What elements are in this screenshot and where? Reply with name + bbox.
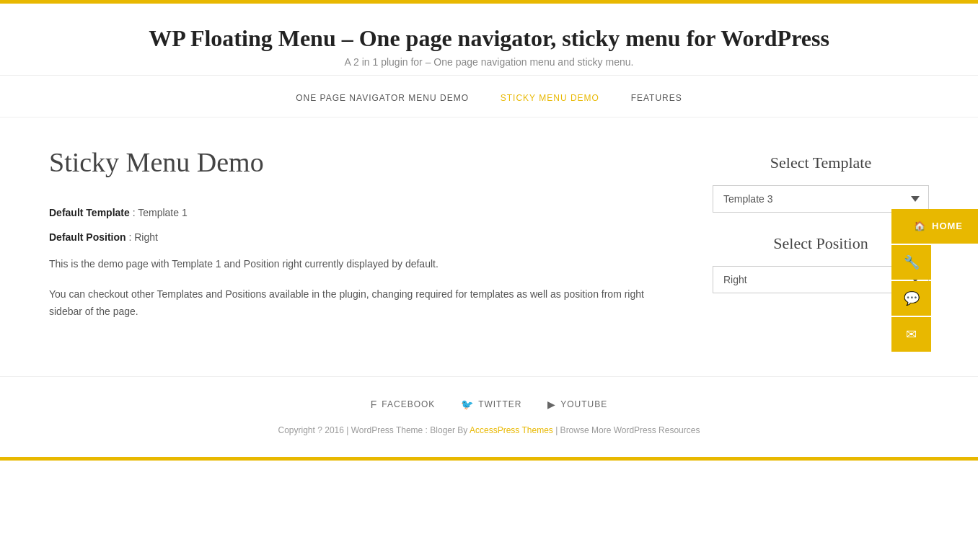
comment-icon: 💬 xyxy=(904,290,920,306)
page-title: Sticky Menu Demo xyxy=(49,146,669,178)
comment-button[interactable]: 💬 xyxy=(891,281,931,316)
nav-features[interactable]: FEATURES xyxy=(631,93,682,103)
youtube-link[interactable]: ▶ YOUTUBE xyxy=(547,399,607,410)
default-position-line: Default Position : Right xyxy=(49,231,669,243)
site-header: WP Floating Menu – One page navigator, s… xyxy=(0,4,978,76)
copyright-text: Copyright ? 2016 | WordPress Theme : Blo… xyxy=(278,425,468,435)
footer-copyright: Copyright ? 2016 | WordPress Theme : Blo… xyxy=(14,425,964,435)
main-wrap: Sticky Menu Demo Default Template : Temp… xyxy=(20,117,958,376)
description-2: You can checkout other Templates and Pos… xyxy=(49,286,669,321)
wrench-button[interactable]: 🔧 xyxy=(891,245,931,280)
description-1: This is the demo page with Template 1 an… xyxy=(49,256,669,273)
nav-sticky-menu[interactable]: STICKY MENU DEMO xyxy=(501,93,599,103)
default-template-line: Default Template : Template 1 xyxy=(49,207,669,218)
default-template-value: : Template 1 xyxy=(133,207,188,218)
nav-one-page[interactable]: ONE PAGE NAVIGATOR MENU DEMO xyxy=(296,93,469,103)
content-area: Sticky Menu Demo Default Template : Temp… xyxy=(49,146,713,333)
mail-icon: ✉ xyxy=(906,326,917,342)
template-title: Select Template xyxy=(713,154,929,172)
floating-menu: 🏠 HOME 🔧 💬 ✉ xyxy=(891,209,978,352)
home-button[interactable]: 🏠 HOME xyxy=(891,209,978,244)
bottom-border xyxy=(0,457,978,461)
twitter-label: TWITTER xyxy=(478,399,521,409)
twitter-icon: 🐦 xyxy=(461,399,474,410)
default-position-value: : Right xyxy=(128,231,157,243)
youtube-label: YOUTUBE xyxy=(560,399,607,409)
site-footer: f FACEBOOK 🐦 TWITTER ▶ YOUTUBE Copyright… xyxy=(0,376,978,457)
wrench-icon: 🔧 xyxy=(904,254,920,270)
site-nav: ONE PAGE NAVIGATOR MENU DEMO STICKY MENU… xyxy=(0,76,978,117)
site-title: WP Floating Menu – One page navigator, s… xyxy=(14,25,964,52)
home-icon: 🏠 xyxy=(914,221,926,231)
facebook-icon: f xyxy=(371,399,378,410)
twitter-link[interactable]: 🐦 TWITTER xyxy=(461,399,521,410)
mail-button[interactable]: ✉ xyxy=(891,317,931,352)
default-template-label: Default Template xyxy=(49,207,130,218)
default-position-label: Default Position xyxy=(49,231,126,243)
site-subtitle: A 2 in 1 plugin for – One page navigatio… xyxy=(14,56,964,68)
facebook-link[interactable]: f FACEBOOK xyxy=(371,399,436,410)
youtube-icon: ▶ xyxy=(547,399,556,410)
footer-social: f FACEBOOK 🐦 TWITTER ▶ YOUTUBE xyxy=(14,399,964,411)
browse-text: | Browse More WordPress Resources xyxy=(555,425,700,435)
facebook-label: FACEBOOK xyxy=(382,399,435,409)
home-label: HOME xyxy=(932,221,963,231)
theme-link[interactable]: AccessPress Themes xyxy=(470,425,553,435)
